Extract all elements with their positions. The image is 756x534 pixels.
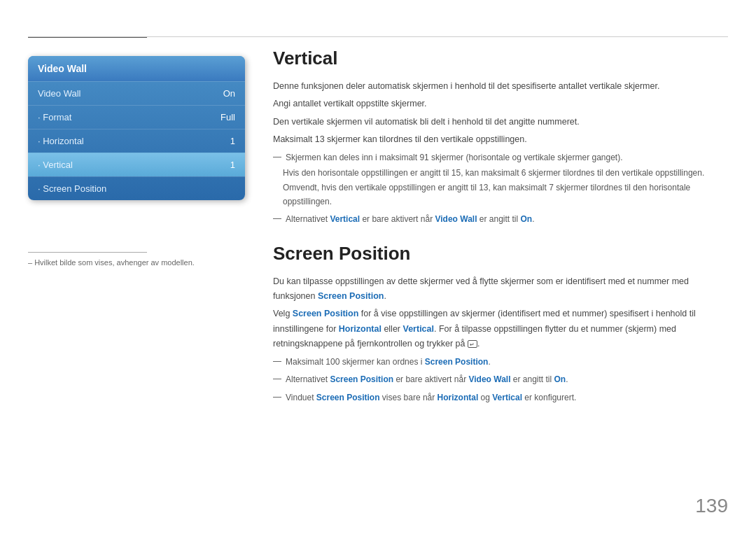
sidebar-item-horizontal-label: · Horizontal bbox=[38, 136, 84, 146]
sidebar-item-vertical[interactable]: · Vertical 1 bbox=[28, 153, 245, 176]
page-number: 139 bbox=[695, 495, 728, 517]
screen-position-title: Screen Position bbox=[273, 243, 728, 265]
sp-note1-text: Maksimalt 100 skjermer kan ordnes i Scre… bbox=[286, 356, 491, 369]
vertical-note2-dash: — bbox=[273, 213, 281, 223]
sp-note2-dash: — bbox=[273, 374, 281, 384]
sp-note3-text: Vinduet Screen Position vises bare når H… bbox=[286, 391, 576, 405]
sidebar-item-screen-position-label: · Screen Position bbox=[38, 183, 106, 194]
sidebar-item-vertical-value: 1 bbox=[230, 160, 235, 170]
footnote-area: – Hvilket bilde som vises, avhenger av m… bbox=[28, 252, 245, 267]
sidebar: Video Wall Video Wall On · Format Full ·… bbox=[28, 56, 245, 200]
sidebar-item-videowall-label: Video Wall bbox=[38, 88, 80, 99]
sidebar-item-format-value: Full bbox=[220, 112, 235, 122]
sidebar-item-videowall[interactable]: Video Wall On bbox=[28, 81, 245, 105]
vertical-para-4: Maksimalt 13 skjermer kan tilordnes til … bbox=[273, 132, 728, 147]
vertical-note1-dash: — bbox=[273, 152, 281, 162]
sidebar-item-horizontal[interactable]: · Horizontal 1 bbox=[28, 129, 245, 153]
sidebar-item-videowall-value: On bbox=[223, 88, 235, 99]
vertical-para-1: Denne funksjonen deler automatisk skjerm… bbox=[273, 79, 728, 94]
vertical-para-3: Den vertikale skjermen vil automatisk bl… bbox=[273, 115, 728, 129]
sp-note1: — Maksimalt 100 skjermer kan ordnes i Sc… bbox=[273, 356, 728, 369]
sidebar-item-format[interactable]: · Format Full bbox=[28, 105, 245, 129]
sp-para1: Du kan tilpasse oppstillingen av dette s… bbox=[273, 274, 728, 304]
sp-note2: — Alternativet Screen Position er bare a… bbox=[273, 373, 728, 386]
sidebar-item-screen-position[interactable]: · Screen Position bbox=[28, 176, 245, 200]
vertical-title: Vertical bbox=[273, 48, 728, 69]
vertical-note1-indent1: Hvis den horisontale oppstillingen er an… bbox=[283, 167, 728, 180]
sp-para2: Velg Screen Position for å vise oppstill… bbox=[273, 307, 728, 351]
sidebar-title: Video Wall bbox=[28, 56, 245, 81]
vertical-para-2: Angi antallet vertikalt oppstilte skjerm… bbox=[273, 97, 728, 111]
main-content: Vertical Denne funksjonen deler automati… bbox=[273, 48, 728, 407]
sp-note3-dash: — bbox=[273, 392, 281, 402]
sidebar-item-format-label: · Format bbox=[38, 112, 71, 122]
sidebar-box: Video Wall Video Wall On · Format Full ·… bbox=[28, 56, 245, 200]
top-line bbox=[28, 36, 728, 37]
footnote-text: – Hvilket bilde som vises, avhenger av m… bbox=[28, 258, 245, 267]
sp-note3: — Vinduet Screen Position vises bare når… bbox=[273, 391, 728, 405]
enter-icon: ↵ bbox=[468, 340, 477, 348]
vertical-note2-text: Alternativet Vertical er bare aktivert n… bbox=[286, 213, 535, 226]
sidebar-item-horizontal-value: 1 bbox=[230, 136, 235, 146]
footnote-divider bbox=[28, 252, 147, 253]
vertical-note1-text: Skjermen kan deles inn i maksimalt 91 sk… bbox=[286, 151, 623, 164]
sp-note1-dash: — bbox=[273, 356, 281, 366]
vertical-note1-indent2: Omvendt, hvis den vertikale oppstillinge… bbox=[283, 181, 728, 208]
vertical-note2: — Alternativet Vertical er bare aktivert… bbox=[273, 213, 728, 226]
vertical-note1: — Skjermen kan deles inn i maksimalt 91 … bbox=[273, 151, 728, 164]
sp-note2-text: Alternativet Screen Position er bare akt… bbox=[286, 373, 568, 386]
sidebar-item-vertical-label: · Vertical bbox=[38, 160, 73, 170]
